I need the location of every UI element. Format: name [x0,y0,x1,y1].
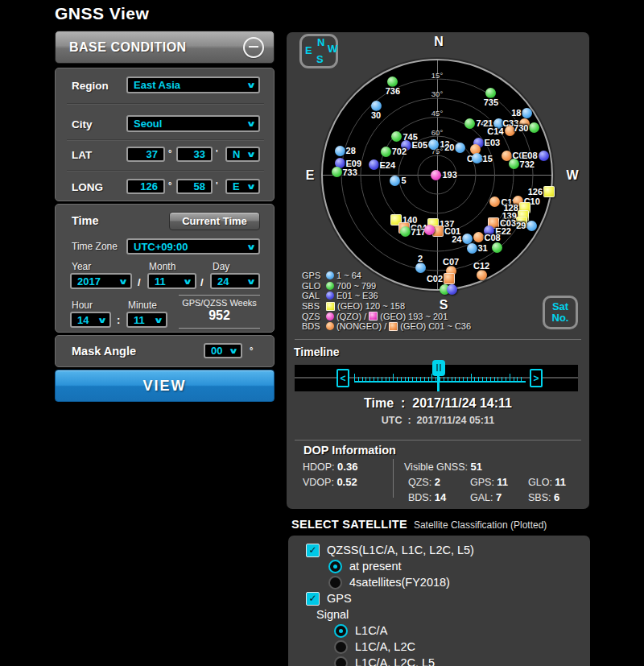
long-degrees-input[interactable]: 126 [126,179,165,194]
satellite-717: 717 [400,226,411,237]
timeline-slider-handle[interactable] [432,360,445,376]
checkbox-gps[interactable]: ✓ [306,592,320,606]
label-l1c-a-l2c: L1C/A, L2C [355,640,415,653]
view-button[interactable]: VIEW [55,370,275,402]
legend-range-text: (NONGEO) / [336,321,386,331]
legend-system-label: QZS [302,312,324,321]
timeline-prev-button[interactable]: < [336,369,349,387]
satellite-label: 193 [442,170,456,180]
city-value: Seoul [134,118,248,130]
satellite-745: 745 [391,131,402,142]
radio-at-present[interactable] [328,560,342,573]
timeline-tick [482,377,483,381]
label-4satellites-fy2018: 4satellites(FY2018) [349,576,450,589]
time-zone-select[interactable]: UTC+09:00 ∨ [126,238,260,254]
satellite-label: 15 [483,154,493,163]
hour-value: 14 [77,314,99,326]
radio-4satellites-fy2018[interactable] [328,576,342,589]
lat-degrees-input[interactable]: 37 [126,147,165,162]
minute-select[interactable]: 11 ∨ [126,312,167,328]
long-minutes-input[interactable]: 58 [176,179,213,194]
timeline-next-button[interactable]: > [530,369,543,387]
satellite-c08: C08 [473,232,484,242]
timeline-tick [497,377,498,381]
timeline-tick [412,377,413,381]
chevron-down-icon: ∨ [228,346,238,355]
current-time-button[interactable]: Current Time [169,212,260,230]
chevron-down-icon: ∨ [153,316,163,325]
dop-stat-qzs: QZS: 2 [408,476,440,488]
legend-bds-square-icon [389,322,398,331]
utc-time-readout: UTC : 2017/11/24 05:11 [287,415,589,426]
timeline-tick [502,377,502,381]
timeline-tick [448,377,448,381]
date-separator: / [200,276,204,288]
timeline-tick [401,377,402,381]
lat-minutes-input[interactable]: 33 [176,147,213,162]
satellite-29: 29 [526,221,537,231]
timeline-tick [486,377,487,381]
select-satellite-header: SELECT SATELLITE Satellite Classificatio… [291,518,547,531]
select-row-4satellites-fy2018: 4satellites(FY2018) [328,574,590,590]
collapse-minus-icon[interactable] [243,37,264,58]
checkbox-qzss-l1c-a-l1c-l2c-l5[interactable]: ✓ [306,544,320,557]
timeline-bar: < > [295,365,578,391]
timeline-tick [440,377,440,381]
satellite-label: 18 [511,108,521,118]
mask-angle-select[interactable]: 00 ∨ [204,343,242,358]
sky-plot: 15°30°45°60°75° 736307351874321C33C14730… [302,39,572,310]
timeline-tick [455,377,456,381]
long-direction-select[interactable]: E ∨ [225,179,260,194]
timeline-tick [382,377,382,381]
hour-select[interactable]: 14 ∨ [70,312,111,328]
time-value: 2017/11/24 14:11 [412,396,512,410]
vdop-label: VDOP: [303,477,334,488]
select-row-qzss-l1c-a-l1c-l2c-l5: ✓QZSS(L1C/A, L1C, L2C, L5) [306,542,590,558]
satellite-gal [447,284,457,295]
radio-l1c-a-l2c-l5[interactable] [334,656,348,666]
timeline-tick [354,374,355,381]
label-at-present: at present [349,560,402,573]
separator: : [407,415,411,426]
page-title: GNSS View [55,4,149,23]
satellite-label: E03 [485,138,501,147]
satellite-label: 730 [514,123,528,133]
satellite-18: 18 [522,108,532,118]
year-select[interactable]: 2017 ∨ [70,273,132,289]
satellite-2: 2 [415,263,426,273]
satellite-c02: C02 [444,273,455,284]
timeline-tick [506,377,506,381]
select-satellite-subtitle: Satellite Classification (Plotted) [414,519,547,531]
mask-angle-value: 00 [211,345,230,357]
utc-label: UTC [382,415,402,426]
day-select[interactable]: 24 ∨ [210,273,260,289]
base-condition-header[interactable]: BASE CONDITION [55,31,275,64]
dop-stat-gal: GAL: 7 [470,491,502,503]
timeline-tick [463,377,464,381]
chevron-down-icon: ∨ [118,277,128,286]
dop-stat-sbs: SBS: 6 [528,491,559,503]
divider [295,440,581,441]
legend-row-bds: BDS(NONGEO) /(GEO) C01 ~ C36 [302,321,471,332]
radio-l1c-a[interactable] [334,624,348,638]
visible-gnss-readout: Visible GNSS: 51 [404,461,482,473]
vdop-value: 0.52 [336,476,357,488]
legend-qzs-square-icon [369,312,378,321]
satellite-label: 732 [520,159,535,169]
satellite-label: 28 [346,146,356,155]
region-select[interactable]: East Asia ∨ [126,77,260,93]
city-select[interactable]: Seoul ∨ [126,115,260,132]
label-l1c-a: L1C/A [355,624,387,637]
lat-direction-select[interactable]: N ∨ [225,147,260,162]
year-value: 2017 [77,275,120,287]
legend-range-text: (GEO) 193 ~ 201 [380,312,448,321]
month-select[interactable]: 11 ∨ [147,273,196,289]
chevron-down-icon: ∨ [246,242,256,251]
radio-l1c-a-l2c[interactable] [334,640,348,654]
chevron-down-icon: ∨ [246,81,256,89]
legend-range-text: (QZO) / [336,312,366,321]
time-separator: : [117,314,120,326]
timeline-tick [474,377,475,381]
legend-bds-circle-icon [326,322,334,330]
satellite-702: 702 [381,147,391,157]
